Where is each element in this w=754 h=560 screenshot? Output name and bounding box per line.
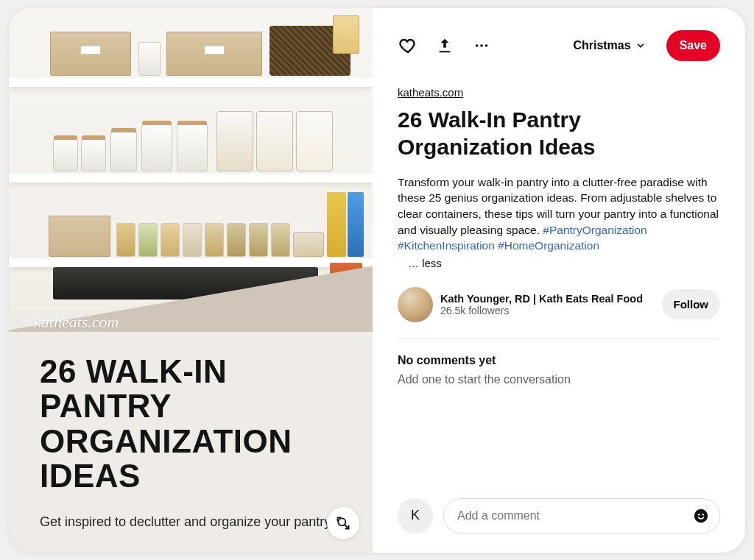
user-avatar[interactable]: K: [398, 498, 433, 534]
board-selector[interactable]: Christmas: [568, 39, 649, 52]
author-avatar[interactable]: [398, 287, 433, 322]
image-title: 26 WALK-IN PANTRY ORGANIZATION IDEAS: [40, 354, 328, 494]
comment-input[interactable]: [457, 509, 693, 522]
svg-point-7: [702, 513, 704, 515]
pin-title: 26 Walk-In Pantry Organization Ideas: [398, 106, 720, 161]
image-title-line: PANTRY: [40, 388, 172, 424]
chevron-down-icon: [635, 40, 646, 51]
hashtag[interactable]: #HomeOrganization: [498, 239, 599, 252]
hashtag[interactable]: #KitchenInspiration: [398, 239, 495, 252]
image-watermark: katheats.com: [34, 313, 119, 332]
svg-point-0: [338, 518, 345, 525]
author-followers: 26.5k followers: [440, 305, 655, 316]
zoom-icon: [336, 516, 350, 531]
smile-icon: [693, 508, 709, 524]
pantry-illustration: [9, 8, 373, 310]
comments-header: No comments yet: [398, 354, 720, 367]
emoji-button[interactable]: [693, 508, 709, 524]
pin-details: Christmas Save katheats.com 26 Walk-In P…: [373, 8, 745, 553]
more-icon: [473, 38, 490, 54]
divider: [398, 339, 720, 339]
collapse-toggle[interactable]: … less: [408, 257, 720, 269]
board-label: Christmas: [573, 39, 630, 52]
pin-card: katheats.com 26 WALK-IN PANTRY ORGANIZAT…: [9, 8, 745, 553]
pin-image[interactable]: katheats.com 26 WALK-IN PANTRY ORGANIZAT…: [9, 8, 373, 553]
toolbar: Christmas Save: [398, 30, 720, 61]
comments-prompt: Add one to start the conversation: [398, 373, 720, 386]
svg-point-6: [698, 513, 700, 515]
image-title-line: 26 WALK-IN: [40, 353, 227, 389]
pin-description: Transform your walk-in pantry into a clu…: [398, 174, 720, 254]
save-button[interactable]: Save: [666, 30, 720, 61]
zoom-button[interactable]: [327, 507, 359, 539]
hashtag[interactable]: #PantryOrganization: [543, 224, 646, 236]
svg-point-5: [694, 508, 708, 522]
svg-line-1: [345, 525, 348, 528]
image-title-line: IDEAS: [40, 458, 141, 494]
share-button[interactable]: [434, 35, 455, 56]
comment-bar: K: [398, 498, 720, 534]
svg-point-3: [480, 44, 483, 47]
source-link[interactable]: katheats.com: [398, 86, 720, 99]
share-icon: [437, 38, 453, 54]
author-info: Kath Younger, RD | Kath Eats Real Food 2…: [440, 293, 655, 316]
like-button[interactable]: [398, 35, 418, 56]
image-title-line: ORGANIZATION: [40, 423, 292, 459]
author-name[interactable]: Kath Younger, RD | Kath Eats Real Food: [440, 293, 655, 305]
comment-input-wrapper[interactable]: [443, 498, 720, 534]
follow-button[interactable]: Follow: [662, 289, 721, 319]
more-button[interactable]: [471, 35, 492, 56]
image-subtitle: Get inspired to declutter and organize y…: [40, 514, 334, 530]
author-row: Kath Younger, RD | Kath Eats Real Food 2…: [398, 287, 720, 322]
svg-point-4: [485, 44, 488, 47]
heart-icon: [399, 37, 417, 54]
svg-point-2: [476, 44, 479, 47]
